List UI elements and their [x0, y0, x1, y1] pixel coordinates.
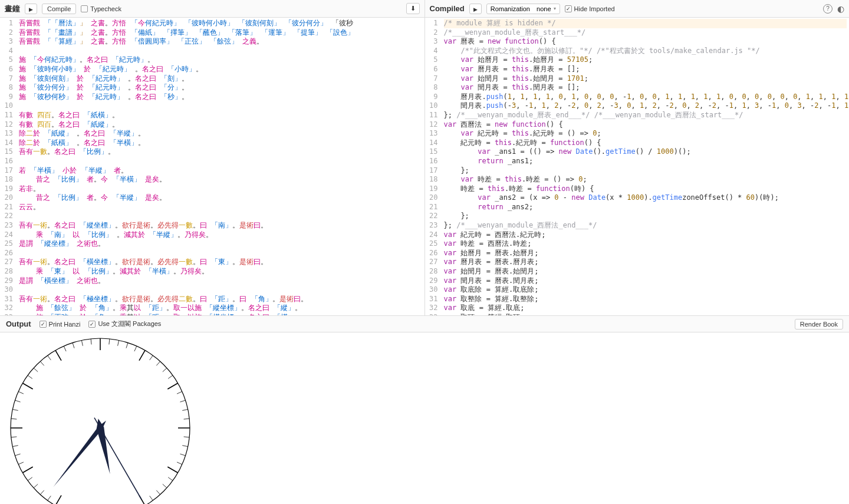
svg-line-35	[55, 495, 61, 504]
clock-rim	[11, 338, 190, 504]
output-pane: Output Print Hanzi Use 文淵閣 Packages Rend…	[0, 315, 849, 504]
use-packages-label: Use 文淵閣 Packages	[98, 319, 161, 328]
clock-ticks	[11, 338, 190, 504]
compiled-title: Compiled	[430, 4, 465, 13]
svg-line-41	[18, 462, 24, 465]
svg-line-42	[15, 454, 20, 456]
romanization-select[interactable]: Romanization none ▾	[486, 4, 560, 14]
svg-line-16	[184, 437, 190, 437]
svg-line-57	[73, 342, 74, 348]
hide-imported-label: Hide Imported	[574, 5, 615, 12]
svg-line-5	[139, 350, 145, 360]
typecheck-label: Typecheck	[90, 5, 121, 12]
svg-line-58	[81, 340, 83, 345]
svg-line-59	[91, 339, 91, 345]
compiled-editor[interactable]: 1234567891011121314151617181920212223242…	[425, 18, 850, 315]
svg-line-24	[150, 496, 153, 500]
output-canvas	[0, 332, 849, 504]
source-code[interactable]: 吾嘗觀 「「曆法」」 之書。方悟 「今何紀元時」 「彼時何小時」 「彼刻何刻」 …	[17, 18, 424, 315]
play-icon	[29, 5, 33, 12]
play-icon	[473, 5, 478, 12]
svg-line-22	[163, 484, 167, 487]
checkbox-icon	[81, 5, 88, 12]
svg-line-36	[48, 496, 51, 500]
download-button[interactable]	[406, 3, 420, 14]
svg-line-37	[40, 490, 44, 495]
svg-line-49	[18, 391, 24, 394]
romanization-label: Romanization	[491, 5, 530, 12]
print-hanzi-toggle[interactable]: Print Hanzi	[40, 321, 81, 328]
clock-hands	[53, 418, 142, 500]
svg-line-13	[182, 409, 187, 410]
output-title: Output	[6, 319, 31, 328]
theme-toggle-icon[interactable]	[837, 4, 844, 14]
svg-line-50	[22, 383, 32, 389]
print-hanzi-label: Print Hanzi	[49, 321, 81, 328]
svg-line-12	[180, 400, 185, 402]
svg-line-9	[168, 375, 173, 379]
svg-line-23	[156, 490, 160, 495]
svg-line-4	[134, 346, 137, 351]
hide-imported-toggle[interactable]: Hide Imported	[565, 5, 615, 12]
line-gutter: 1234567891011121314151617181920212223242…	[0, 18, 17, 315]
svg-line-18	[180, 454, 185, 456]
romanization-value: none	[537, 5, 551, 12]
svg-line-39	[28, 477, 32, 481]
use-packages-toggle[interactable]: Use 文淵閣 Packages	[88, 319, 161, 328]
svg-line-47	[12, 409, 18, 410]
svg-marker-61	[53, 420, 106, 487]
svg-line-52	[34, 368, 38, 371]
svg-line-54	[48, 355, 51, 360]
render-book-button[interactable]: Render Book	[795, 319, 843, 330]
svg-line-43	[12, 446, 18, 447]
svg-line-51	[28, 375, 32, 379]
svg-line-10	[167, 383, 177, 389]
svg-line-46	[11, 419, 17, 419]
line-gutter: 1234567891011121314151617181920212223242…	[425, 18, 442, 315]
svg-line-38	[34, 484, 38, 487]
compile-button[interactable]: Compile	[42, 4, 76, 14]
clock-svg	[6, 334, 195, 504]
svg-line-20	[167, 467, 177, 473]
compiled-toolbar: Compiled Romanization none ▾ Hide Import…	[425, 0, 850, 18]
svg-line-11	[177, 391, 182, 394]
svg-line-21	[168, 477, 173, 481]
svg-line-8	[163, 368, 167, 371]
source-toolbar: 畫鐘 Compile Typecheck	[0, 0, 424, 18]
svg-line-3	[126, 342, 128, 348]
svg-line-56	[64, 346, 66, 351]
svg-line-1	[109, 339, 110, 345]
svg-line-6	[150, 355, 153, 360]
checkbox-icon	[88, 321, 96, 328]
run-button[interactable]	[25, 4, 37, 14]
svg-line-40	[22, 467, 32, 473]
source-pane: 畫鐘 Compile Typecheck 1234567891011121314…	[0, 0, 425, 315]
svg-line-14	[184, 419, 190, 419]
svg-line-17	[182, 446, 187, 447]
svg-line-2	[118, 340, 119, 345]
svg-line-48	[15, 400, 20, 402]
svg-line-44	[11, 437, 17, 437]
compiled-pane: Compiled Romanization none ▾ Hide Import…	[425, 0, 850, 315]
source-editor[interactable]: 1234567891011121314151617181920212223242…	[0, 18, 424, 315]
svg-line-19	[177, 462, 182, 465]
compiled-code: /* module 算經 is hidden *//*___wenyan_mod…	[442, 18, 850, 315]
typecheck-toggle[interactable]: Typecheck	[81, 5, 121, 12]
svg-line-7	[156, 361, 160, 365]
checkbox-icon	[565, 5, 572, 12]
download-icon	[410, 5, 416, 12]
run-compiled-button[interactable]	[469, 4, 482, 14]
svg-line-55	[55, 350, 61, 360]
checkbox-icon	[40, 321, 47, 328]
help-icon[interactable]: ?	[823, 4, 832, 14]
svg-point-63	[97, 425, 103, 431]
chevron-down-icon: ▾	[554, 6, 556, 11]
svg-line-53	[40, 361, 44, 365]
output-toolbar: Output Print Hanzi Use 文淵閣 Packages Rend…	[0, 316, 849, 332]
file-title: 畫鐘	[5, 4, 20, 14]
